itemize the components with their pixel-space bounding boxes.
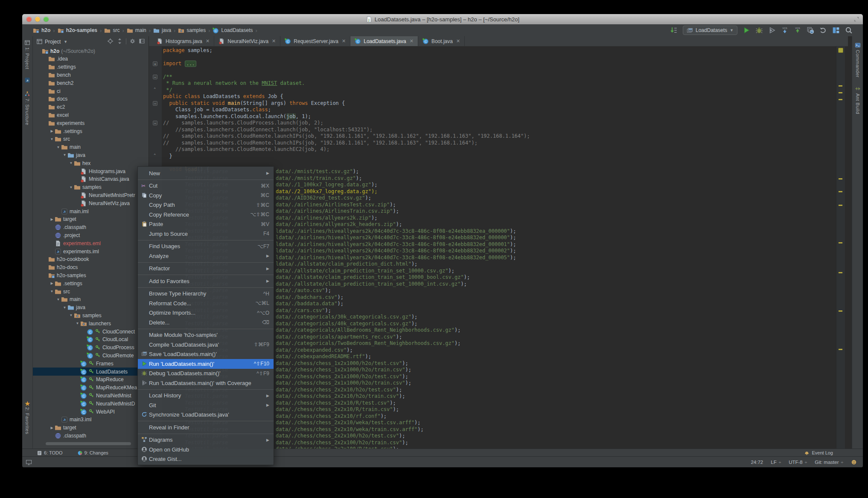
tree-item-ec2[interactable]: ec2 <box>33 103 149 111</box>
error-stripe-mark[interactable] <box>839 85 842 87</box>
search-everywhere-button[interactable] <box>845 26 853 34</box>
tab-close-icon[interactable]: ✕ <box>342 38 346 44</box>
tree-item-.idea[interactable]: .idea <box>33 55 149 63</box>
menu-item-create-gist-[interactable]: Create Gist... <box>138 455 274 464</box>
tree-collapsed-icon[interactable]: ▶ <box>49 281 55 285</box>
locate-icon[interactable] <box>107 38 114 44</box>
vcs-commit-button[interactable]: VCS <box>794 26 801 34</box>
error-stripe-mark[interactable] <box>839 310 842 312</box>
tree-item-samples[interactable]: ▼samples <box>33 311 149 319</box>
menu-item-make-module-h2o-samples-[interactable]: Make Module 'h2o-samples' <box>138 330 274 340</box>
menu-item-local-history[interactable]: Local History▶ <box>138 391 274 401</box>
fold-collapse-icon[interactable]: − <box>153 101 157 106</box>
tree-item-.settings[interactable]: .settings <box>33 63 149 71</box>
run-button[interactable] <box>743 26 750 34</box>
menu-item-synchronize-loaddatasets-java-[interactable]: Synchronize 'LoadDatasets.java' <box>138 410 274 420</box>
coverage-button[interactable] <box>768 26 776 34</box>
tree-item-excel[interactable]: excel <box>33 111 149 119</box>
tree-item-h2o-docs[interactable]: h2o-docs <box>33 263 149 272</box>
menu-item-compile-loaddatasets-java-[interactable]: Compile 'LoadDatasets.java'⇧⌘F9 <box>138 340 274 350</box>
tool-stripe-button-7: Structure[interactable]: 7: Structure <box>22 91 32 125</box>
tool-stripe-button-2: Favorites[interactable]: ★2: Favorites <box>22 400 32 434</box>
vcs-update-button[interactable]: VCS <box>781 26 789 34</box>
tree-item-h2o-cookbook[interactable]: h2o-cookbook <box>33 255 149 263</box>
horizontal-scrollbar[interactable] <box>46 442 131 445</box>
tree-item-src[interactable]: ▼src <box>33 135 149 143</box>
fullscreen-icon[interactable] <box>853 16 859 22</box>
tree-item-MnistCanvas.java[interactable]: MnistCanvas.java <box>33 175 149 183</box>
breadcrumb-item-java[interactable]: java <box>152 27 172 34</box>
tree-expanded-icon[interactable]: ▼ <box>62 153 67 157</box>
breadcrumb-item-src[interactable]: src <box>103 27 121 34</box>
error-stripe-mark[interactable] <box>839 92 842 93</box>
tree-item-main[interactable]: ▼main <box>33 143 149 151</box>
tab-NeuralNetViz.java[interactable]: NeuralNetViz.java✕ <box>214 36 280 46</box>
tree-item-MapReduce[interactable]: CMapReduce <box>33 376 149 384</box>
vcs-branch-widget[interactable]: Git: master ÷ <box>815 460 843 465</box>
menu-item-git[interactable]: Git▶ <box>138 400 274 410</box>
hide-panel-icon[interactable] <box>139 38 145 44</box>
menu-item-optimize-imports-[interactable]: Optimize Imports...^⌥O <box>138 308 274 318</box>
tree-expanded-icon[interactable]: ▼ <box>68 161 74 165</box>
close-window-button[interactable] <box>26 17 32 22</box>
tree-item-NeuralNetMnistD[interactable]: CNeuralNetMnistD <box>33 400 149 408</box>
tree-item-.project[interactable]: .project <box>33 231 149 239</box>
tree-item-Frames[interactable]: CFrames <box>33 359 149 368</box>
tree-item-ci[interactable]: ci <box>33 87 149 95</box>
zoom-window-button[interactable] <box>44 17 49 22</box>
tree-item-java[interactable]: ▼java <box>33 304 149 312</box>
tree-item-main[interactable]: ▼main <box>33 295 149 304</box>
tree-item-.classpath[interactable]: .classpath <box>33 223 149 232</box>
tree-expanded-icon[interactable]: ▼ <box>75 321 80 325</box>
menu-item-save-loaddatasets-main-[interactable]: Save 'LoadDatasets.main()' <box>138 350 274 359</box>
tree-item-NeuralNetMnist[interactable]: CNeuralNetMnist <box>33 391 149 400</box>
diff-order-icon[interactable] <box>670 26 678 34</box>
error-stripe-mark[interactable] <box>839 272 842 273</box>
menu-item-delete-[interactable]: Delete...⌫ <box>138 318 274 327</box>
tree-item-WebAPI[interactable]: CWebAPI <box>33 408 149 416</box>
tab-close-icon[interactable]: ✕ <box>272 38 276 44</box>
error-stripe-mark[interactable] <box>839 349 842 350</box>
tool-window-changes[interactable]: 9: Changes <box>77 450 108 456</box>
fold-end-icon[interactable]: ⌃ <box>154 153 156 157</box>
fold-collapse-icon[interactable]: − <box>153 75 157 79</box>
menu-item-cut[interactable]: ✂Cut⌘X <box>138 181 274 191</box>
tool-window-todo[interactable]: 6: TODO <box>37 450 63 456</box>
minimize-window-button[interactable] <box>35 17 40 22</box>
tree-expanded-icon[interactable]: ▼ <box>55 145 61 149</box>
tree-item-.settings[interactable]: ▶.settings <box>33 279 149 287</box>
error-stripe-mark[interactable] <box>839 178 842 180</box>
tree-item-NeuralNetMnistPretr[interactable]: NeuralNetMnistPretr <box>33 191 149 199</box>
tab-Boot.java[interactable]: CBoot.java✕ <box>418 36 465 46</box>
error-stripe-mark[interactable] <box>839 205 842 206</box>
inspection-indicator[interactable] <box>838 48 843 53</box>
tab-Histograms.java[interactable]: Histograms.java✕ <box>152 36 214 46</box>
caret-position-widget[interactable]: 24:72 <box>751 460 763 465</box>
tree-item-NeuralNetViz.java[interactable]: NeuralNetViz.java <box>33 199 149 207</box>
tree-collapsed-icon[interactable]: ▶ <box>49 129 55 133</box>
tree-expanded-icon[interactable]: ▼ <box>55 298 61 301</box>
run-configuration-select[interactable]: LoadDatasets ▼ <box>683 26 737 35</box>
tool-stripe-button-Commander[interactable]: Commander <box>852 42 863 78</box>
menu-item-refactor[interactable]: Refactor▶ <box>138 264 274 274</box>
breadcrumb-item-h2o[interactable]: h2o <box>32 27 52 34</box>
hector-inspection-icon[interactable] <box>851 459 857 465</box>
menu-item-open-on-github[interactable]: Open on GitHub <box>138 445 274 455</box>
error-stripe-mark[interactable] <box>839 99 842 100</box>
tool-stripe-button-Ant Build[interactable]: Ant Build <box>852 86 863 114</box>
tool-stripe-button-1: Project[interactable]: 1: Project <box>22 40 32 69</box>
tab-LoadDatasets.java[interactable]: CLoadDatasets.java✕ <box>350 36 418 46</box>
tree-item-CloudLocal[interactable]: CCloudLocal <box>33 336 149 344</box>
tab-close-icon[interactable]: ✕ <box>206 38 210 44</box>
tree-item-experiments.iml[interactable]: JIexperiments.iml <box>33 247 149 255</box>
menu-item-diagrams[interactable]: Diagrams▶ <box>138 435 274 445</box>
editor-scrollbar[interactable] <box>836 46 845 449</box>
tree-item-Histograms.java[interactable]: Histograms.java <box>33 167 149 175</box>
menu-item-analyze[interactable]: Analyze▶ <box>138 251 274 261</box>
local-history-button[interactable] <box>807 26 814 34</box>
tree-item-src[interactable]: ▼src <box>33 287 149 295</box>
tree-item-.classpath[interactable]: .classpath <box>33 431 149 440</box>
encoding-widget[interactable]: UTF-8 ÷ <box>789 460 807 465</box>
tree-item-CloudConnect[interactable]: CCloudConnect <box>33 327 149 336</box>
collapse-all-icon[interactable] <box>117 38 123 44</box>
